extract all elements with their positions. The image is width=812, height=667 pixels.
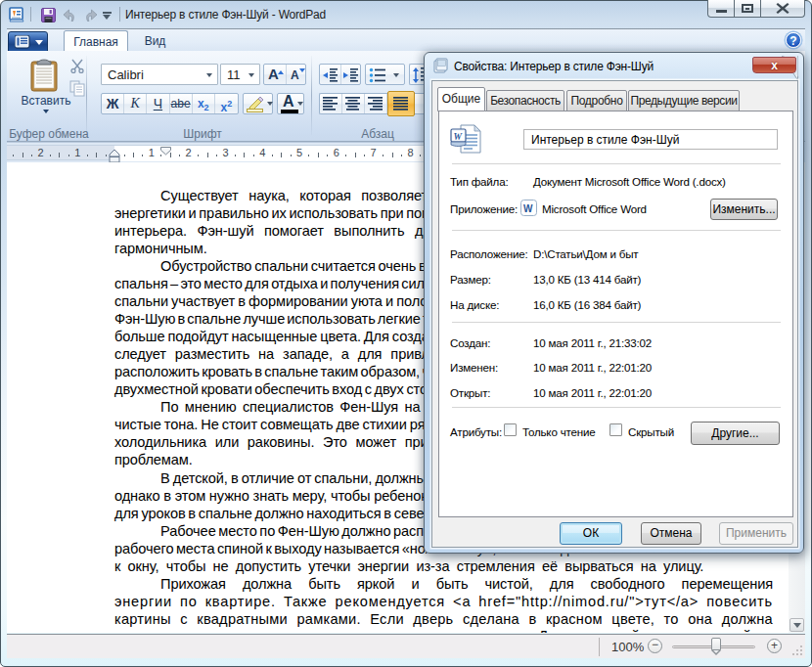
svg-text:W: W <box>523 203 533 214</box>
svg-text:W: W <box>454 132 463 142</box>
